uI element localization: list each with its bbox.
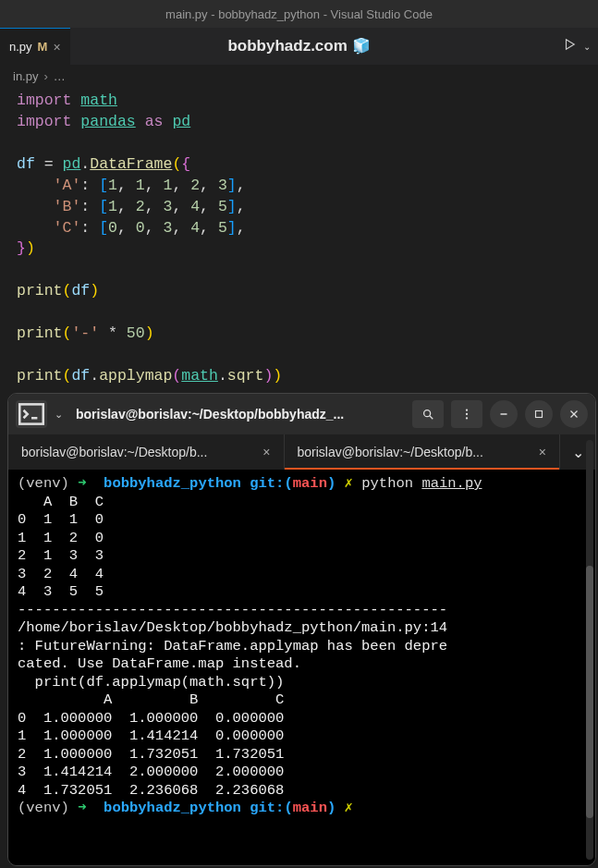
terminal-tab-label: borislav@borislav:~/Desktop/b... [21,445,207,459]
svg-point-3 [466,409,468,410]
run-icon[interactable] [563,38,576,55]
svg-point-1 [424,410,431,417]
breadcrumb-separator: › [43,69,47,83]
terminal-window: ⌄ borislav@borislav:~/Desktop/bobbyhadz_… [7,393,596,866]
tab-modified-badge: M [38,40,48,54]
svg-point-4 [466,413,468,415]
code-editor[interactable]: import math import pandas as pd df = pd.… [0,87,598,397]
window-title: main.py - bobbyhadz_python - Visual Stud… [165,7,433,21]
svg-line-2 [430,416,433,420]
editor-actions: ⌄ [563,38,598,55]
tab-close-icon[interactable]: × [53,40,60,55]
tab-filename: n.py [9,40,32,54]
maximize-button[interactable] [525,400,553,428]
breadcrumb-file: in.py [13,69,38,83]
editor-tab[interactable]: n.py M × [0,28,70,65]
search-icon[interactable] [412,400,444,428]
svg-rect-7 [536,411,543,418]
warning-text: /home/borislav/Desktop/bobbyhadz_python/… [18,619,447,691]
minimize-button[interactable] [490,400,518,428]
terminal-output[interactable]: (venv) ➜ bobbyhadz_python git:(main) ✗ p… [8,470,595,865]
close-icon[interactable]: × [539,445,546,459]
terminal-title: borislav@borislav:~/Desktop/bobbyhadz_..… [70,407,405,422]
cube-icon: 🧊 [352,38,371,54]
svg-point-5 [466,417,468,419]
terminal-tab-label: borislav@borislav:~/Desktop/b... [298,445,483,459]
terminal-tabs: borislav@borislav:~/Desktop/b... × boris… [8,434,595,470]
window-titlebar: main.py - bobbyhadz_python - Visual Stud… [0,0,598,28]
svg-rect-0 [19,404,43,423]
scrollbar-thumb[interactable] [586,566,593,817]
chevron-down-icon[interactable]: ⌄ [55,409,63,421]
chevron-down-icon[interactable]: ⌄ [583,42,591,52]
page-title: bobbyhadz.com 🧊 [0,37,598,55]
breadcrumb[interactable]: in.py › … [0,65,598,87]
menu-icon[interactable] [451,400,482,428]
breadcrumb-more: … [54,69,66,83]
editor-tabbar: n.py M × bobbyhadz.com 🧊 ⌄ [0,28,598,65]
scrollbar[interactable] [586,440,593,860]
close-button[interactable] [560,400,588,428]
terminal-titlebar: ⌄ borislav@borislav:~/Desktop/bobbyhadz_… [8,394,595,434]
terminal-tab-2[interactable]: borislav@borislav:~/Desktop/b... × [285,434,561,470]
terminal-tab-1[interactable]: borislav@borislav:~/Desktop/b... × [8,434,285,470]
close-icon[interactable]: × [262,445,270,459]
terminal-app-button[interactable] [16,400,47,428]
chevron-down-icon: ⌄ [572,444,584,461]
